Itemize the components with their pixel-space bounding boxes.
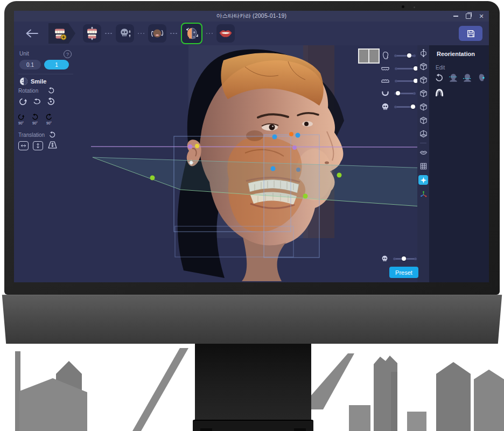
step-separator: [170, 33, 177, 34]
cube-icon: [419, 130, 428, 138]
rotation-reset-button[interactable]: [47, 87, 55, 94]
floppy-disk-icon: [466, 29, 475, 38]
lips-view-button[interactable]: [419, 148, 428, 157]
translation-reset-button[interactable]: [48, 131, 56, 138]
rotate-yaw-button[interactable]: [32, 98, 41, 105]
reorient-head-sagittal-button[interactable]: [477, 73, 486, 83]
view-orientation-toolbar: [417, 45, 429, 282]
reorient-head-axial-button[interactable]: [449, 73, 458, 83]
dental-arch-button[interactable]: [435, 88, 444, 96]
window-titlebar[interactable]: 아스타타카라 (2005-01-19) ✕: [14, 11, 489, 22]
workflow-step-occlusion[interactable]: [83, 24, 101, 43]
reorientation-panel: Reorientation Edit: [429, 45, 489, 282]
minimize-icon: [453, 16, 458, 17]
workflow-step-face-skull-match[interactable]: [181, 23, 202, 44]
rotate-roll-icon: [46, 97, 55, 106]
monitor-chin: [0, 295, 504, 344]
unit-option-0-1[interactable]: 0.1: [19, 60, 41, 69]
arrow-vertical-icon: [35, 143, 41, 149]
dual-pane-icon: [359, 50, 368, 62]
reorientation-reset-button[interactable]: [435, 73, 444, 82]
face-skull-match-icon: [185, 26, 199, 40]
workflow-step-face-rotate[interactable]: [148, 24, 166, 43]
lower-teeth-opacity-slider[interactable]: [395, 77, 416, 85]
webcam-icon: [402, 5, 404, 8]
head-front-line-icon: [449, 73, 458, 83]
translate-horizontal-button[interactable]: [18, 141, 29, 150]
save-button[interactable]: [459, 26, 482, 41]
lower-teeth-icon: [381, 78, 390, 84]
clip-cube-icon: [419, 49, 428, 57]
face-icon: [381, 51, 389, 60]
face-opacity-slider[interactable]: [395, 51, 415, 60]
upper-teeth-opacity-slider[interactable]: [395, 64, 416, 73]
cube-view-right-button[interactable]: [419, 102, 428, 111]
help-button[interactable]: ?: [64, 50, 72, 58]
rotate-90-icon: [17, 113, 25, 121]
upper-teeth-icon: [381, 66, 390, 72]
cube-icon: [419, 62, 428, 71]
skull-align-icon: [118, 27, 131, 40]
cube-view-left-button[interactable]: [419, 89, 428, 98]
smile-section-label: Smile: [31, 78, 46, 85]
sidebar-divider: [18, 74, 73, 74]
clip-cube-button[interactable]: [419, 48, 428, 57]
app-window: 아스타타카라 (2005-01-19) ✕: [14, 11, 489, 282]
cube-icon: [419, 89, 428, 98]
step-separator: [206, 33, 213, 34]
arrow-horizontal-icon: [20, 143, 26, 149]
rotate-roll-button[interactable]: [46, 97, 55, 106]
rotate-90-yaw-button[interactable]: 90°: [31, 113, 39, 125]
workflow-step-skull[interactable]: [116, 24, 134, 43]
smile-icon: [218, 27, 233, 39]
reset-icon: [47, 87, 55, 94]
rotate-90-pitch-button[interactable]: 90°: [17, 113, 25, 125]
rotate-pitch-icon: [18, 97, 27, 106]
head-side-point-icon: [477, 73, 486, 83]
grid-toggle-button[interactable]: [419, 162, 428, 170]
translation-label: Translation: [18, 132, 45, 138]
unit-option-1[interactable]: 1: [44, 60, 69, 69]
import-case-icon: [53, 26, 67, 40]
cube-view-front-button[interactable]: [419, 62, 428, 71]
skull-opacity-slider[interactable]: [395, 102, 415, 111]
head-front-midline-icon: [463, 73, 472, 83]
reference-planes-button[interactable]: [418, 175, 428, 185]
mandible-opacity-slider[interactable]: [395, 89, 415, 98]
rotate-pitch-button[interactable]: [18, 97, 27, 106]
rotate-90-roll-button[interactable]: 90°: [45, 113, 53, 125]
translate-depth-button[interactable]: [47, 141, 58, 149]
skull-overlay-slider[interactable]: [394, 254, 416, 263]
window-title: 아스타타카라 (2005-01-19): [216, 12, 286, 20]
axes-gizmo-icon: [419, 190, 428, 198]
layout-toggle-button[interactable]: [358, 48, 380, 64]
help-icon: ?: [66, 52, 69, 57]
skull-icon: [381, 103, 389, 111]
workflow-step-import[interactable]: [48, 23, 75, 44]
cube-view-top-button[interactable]: [419, 116, 428, 124]
minimize-button[interactable]: [452, 13, 459, 19]
occlusion-align-icon: [85, 26, 99, 40]
restore-button[interactable]: [465, 13, 472, 19]
reorient-head-coronal-button[interactable]: [463, 73, 472, 83]
axes-gizmo-button[interactable]: [419, 190, 428, 198]
unit-label: Unit: [19, 51, 29, 57]
monitor-stand-foot-left: [200, 428, 212, 431]
preset-button[interactable]: Preset: [389, 267, 418, 278]
reset-icon: [48, 131, 56, 138]
reset-icon: [435, 73, 444, 82]
patient-3d-viewport[interactable]: [83, 45, 428, 282]
rotate-90-icon: [45, 113, 53, 121]
rotate-yaw-icon: [32, 98, 41, 105]
mandible-icon: [381, 89, 389, 98]
panel-title: Reorientation: [437, 51, 475, 57]
face-rotate-icon: [150, 26, 164, 40]
workflow-toolbar: [14, 22, 489, 45]
skull-icon: [381, 255, 388, 262]
close-button[interactable]: ✕: [478, 13, 485, 19]
translate-vertical-button[interactable]: [33, 141, 43, 150]
workflow-step-smile[interactable]: [216, 24, 235, 43]
cube-view-back-button[interactable]: [419, 75, 428, 84]
back-button[interactable]: [25, 29, 39, 38]
cube-view-bottom-button[interactable]: [419, 129, 428, 138]
